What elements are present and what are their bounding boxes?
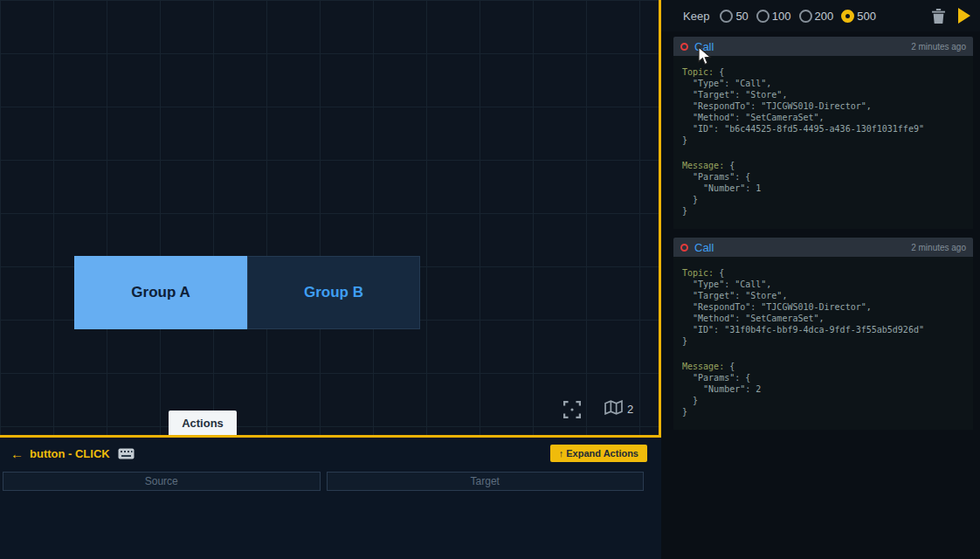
log-entry-body: Topic: { "Type": "Call", "Target": "Stor… (673, 56, 973, 229)
play-icon (957, 8, 971, 24)
topic-content: { "Type": "Call", "Target": "Store", "Re… (682, 268, 924, 346)
call-type-icon (680, 244, 688, 252)
message-label: Message: (682, 362, 729, 371)
radio-icon (720, 10, 733, 23)
source-target-row (0, 469, 661, 491)
keep-option-100[interactable]: 100 (756, 10, 791, 23)
log-entry-timestamp: 2 minutes ago (911, 42, 966, 52)
group-a-button[interactable]: Group A (74, 256, 247, 329)
call-type-icon (680, 43, 688, 51)
topic-content: { "Type": "Call", "Target": "Store", "Re… (682, 67, 924, 145)
topic-json: Topic: { "Type": "Call", "Target": "Stor… (682, 66, 964, 146)
play-button[interactable] (957, 8, 971, 24)
message-json: Message: { "Params": { "Number": 2 } } (682, 361, 964, 418)
map-icon (604, 400, 623, 418)
trash-icon (932, 9, 945, 24)
keep-label: Keep (683, 10, 709, 23)
message-json: Message: { "Params": { "Number": 1 } } (682, 160, 964, 217)
radio-label: 500 (857, 10, 876, 23)
action-detail-panel: ← button - CLICK ↑ Expand Actions (0, 438, 661, 559)
action-header-row: ← button - CLICK ↑ Expand Actions (0, 438, 661, 469)
log-entry-header[interactable]: Call 2 minutes ago (673, 37, 973, 56)
radio-label: 50 (735, 10, 748, 23)
log-toolbar: Keep 50 100 200 500 (661, 0, 980, 31)
message-label: Message: (682, 161, 729, 170)
map-count: 2 (627, 403, 633, 416)
keep-option-50[interactable]: 50 (720, 10, 748, 23)
expand-actions-button[interactable]: ↑ Expand Actions (550, 445, 647, 462)
group-b-button[interactable]: Group B (247, 256, 420, 329)
keep-option-200[interactable]: 200 (799, 10, 834, 23)
action-title: button - CLICK (30, 447, 110, 460)
target-input[interactable] (327, 472, 645, 491)
actions-tab[interactable]: Actions (169, 411, 237, 435)
radio-icon (799, 10, 812, 23)
topic-json: Topic: { "Type": "Call", "Target": "Stor… (682, 267, 964, 347)
radio-selected-icon (841, 10, 854, 23)
message-log-panel: Keep 50 100 200 500 (661, 0, 980, 559)
log-entry: Call 2 minutes ago Topic: { "Type": "Cal… (673, 37, 973, 229)
node-canvas[interactable]: Group A Group B Actions 2 (0, 0, 661, 438)
fit-view-icon (563, 401, 581, 422)
topic-label: Topic: (682, 268, 719, 278)
clear-log-button[interactable] (932, 9, 945, 24)
keyboard-icon (118, 448, 135, 459)
group-button-row: Group A Group B (74, 256, 420, 329)
log-entry-title: Call (694, 40, 714, 53)
minimap-button[interactable]: 2 (604, 400, 633, 418)
log-entry-header[interactable]: Call 2 minutes ago (673, 238, 973, 257)
radio-label: 100 (772, 10, 791, 23)
radio-icon (756, 10, 770, 23)
keep-option-500[interactable]: 500 (841, 10, 876, 23)
fit-view-button[interactable] (563, 401, 581, 422)
log-entry-timestamp: 2 minutes ago (911, 243, 966, 252)
log-entry-body: Topic: { "Type": "Call", "Target": "Stor… (673, 257, 973, 430)
log-entry: Call 2 minutes ago Topic: { "Type": "Cal… (673, 238, 973, 430)
back-arrow-icon[interactable]: ← (10, 446, 24, 461)
topic-label: Topic: (682, 67, 719, 77)
source-input[interactable] (3, 472, 321, 491)
log-entries: Call 2 minutes ago Topic: { "Type": "Cal… (673, 37, 973, 438)
log-entry-title: Call (694, 241, 714, 254)
radio-label: 200 (815, 10, 834, 23)
